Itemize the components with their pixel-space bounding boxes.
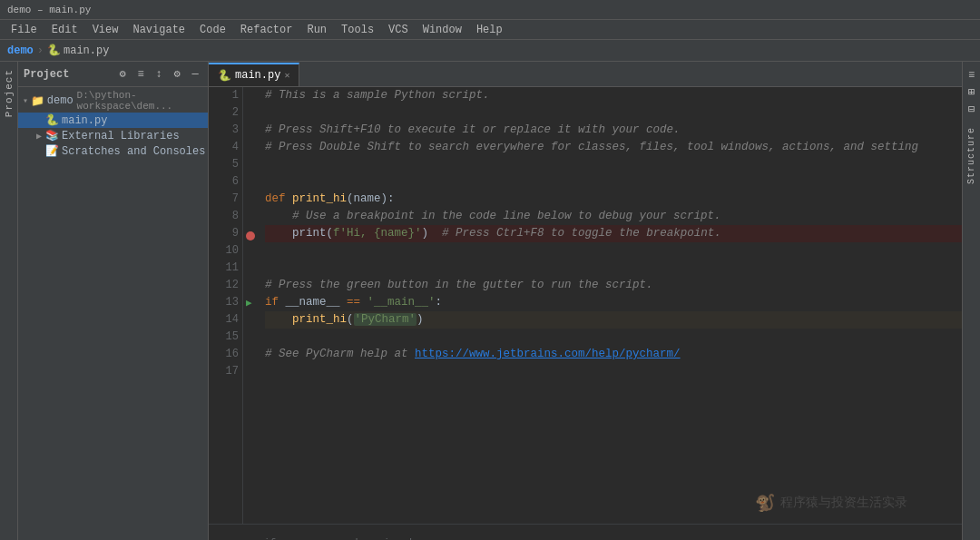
gutter-row-10	[243, 242, 260, 260]
project-toolbar: Project ⚙ ≡ ↕ ⚙ —	[18, 62, 208, 87]
code-line-12: # Press the green button in the gutter t…	[265, 277, 962, 294]
bottom-hint: if __name__ == '__main__'	[209, 524, 962, 540]
project-toolbar-label: Project	[24, 68, 69, 81]
nav-demo[interactable]: demo	[7, 44, 34, 57]
editor-container: 🐍 main.py ✕ 1 2 3 4 5 6 7 8 9 10	[209, 62, 962, 540]
nav-sep: ›	[37, 44, 44, 57]
editor-content: 1 2 3 4 5 6 7 8 9 10 11 12 13 14 15 16 1	[209, 87, 962, 524]
editor-area: 1 2 3 4 5 6 7 8 9 10 11 12 13 14 15 16 1	[209, 87, 962, 540]
code-line-8: # Use a breakpoint in the code line belo…	[265, 208, 962, 225]
gutter-row-6	[243, 173, 260, 191]
title-bar: demo – main.py	[0, 0, 980, 20]
nav-bar: demo › 🐍 main.py	[0, 40, 980, 62]
extlib-icon: 📚	[45, 129, 59, 142]
toolbar-icon-settings[interactable]: ⚙	[115, 67, 130, 82]
menu-refactor[interactable]: Refactor	[233, 22, 300, 38]
menu-window[interactable]: Window	[416, 22, 469, 38]
code-line-10	[265, 242, 962, 260]
code-line-3: # Press Shift+F10 to execute it or repla…	[265, 122, 962, 139]
code-line-7: def print_hi(name):	[265, 191, 962, 208]
tab-bar: 🐍 main.py ✕	[209, 62, 962, 87]
menu-bar: File Edit View Navigate Code Refactor Ru…	[0, 20, 980, 40]
gutter-row-1	[243, 87, 260, 104]
menu-edit[interactable]: Edit	[44, 22, 85, 38]
gutter-row-3	[243, 122, 260, 139]
nav-file-icon: 🐍	[47, 44, 61, 57]
gutter-row-15	[243, 329, 260, 346]
toolbar-icon-sort[interactable]: ↕	[152, 67, 166, 82]
code-line-4: # Press Double Shift to search everywher…	[265, 139, 962, 156]
tree-item-scratches[interactable]: 📝 Scratches and Consoles	[18, 143, 208, 159]
tree-text-demo: demo	[47, 94, 74, 107]
gutter-row-8	[243, 208, 260, 225]
tree-item-mainpy[interactable]: 🐍 main.py	[18, 113, 208, 128]
gutter-row-13: ▶	[243, 294, 260, 311]
gutter-row-11	[243, 260, 260, 277]
project-tree: ▾ 📁 demo D:\python-workspace\dem... 🐍 ma…	[18, 87, 208, 540]
tree-text-mainpy: main.py	[62, 114, 107, 127]
code-line-17	[265, 363, 962, 380]
menu-vcs[interactable]: VCS	[381, 22, 416, 38]
watermark: 🐒 程序猿与投资生活实录	[755, 493, 907, 513]
code-line-11	[265, 260, 962, 277]
menu-navigate[interactable]: Navigate	[125, 22, 192, 38]
tab-close-btn[interactable]: ✕	[284, 70, 289, 81]
project-panel: Project ⚙ ≡ ↕ ⚙ — ▾ 📁 demo D:\python-wor…	[18, 62, 209, 540]
code-line-1: # This is a sample Python script.	[265, 87, 962, 104]
nav-file[interactable]: main.py	[64, 44, 109, 57]
gutter-row-14	[243, 311, 260, 329]
gutter-row-12	[243, 277, 260, 294]
scratch-icon: 📝	[45, 144, 59, 158]
tree-text-extlibs: External Libraries	[62, 130, 180, 142]
menu-view[interactable]: View	[85, 22, 126, 38]
code-line-15	[265, 329, 962, 346]
gutter-row-16	[243, 346, 260, 363]
structure-icon-2[interactable]: ⊞	[968, 85, 975, 99]
watermark-text: 程序猿与投资生活实录	[780, 495, 907, 511]
line-numbers: 1 2 3 4 5 6 7 8 9 10 11 12 13 14 15 16 1	[209, 87, 243, 524]
breakpoint-dot[interactable]	[246, 231, 255, 241]
run-arrow-icon[interactable]: ▶	[246, 297, 252, 309]
tab-label: main.py	[235, 69, 280, 82]
structure-icon-3[interactable]: ⊟	[968, 103, 975, 116]
menu-file[interactable]: File	[4, 22, 44, 38]
gutter-row-7	[243, 191, 260, 208]
gutter-row-17	[243, 363, 260, 380]
tree-text-scratches: Scratches and Consoles	[62, 145, 205, 158]
code-line-9: print(f'Hi, {name}') # Press Ctrl+F8 to …	[265, 225, 962, 242]
tree-item-demo[interactable]: ▾ 📁 demo D:\python-workspace\dem...	[18, 89, 208, 113]
arrow-demo: ▾	[20, 95, 31, 106]
code-line-16: # See PyCharm help at https://www.jetbra…	[265, 346, 962, 363]
structure-icon-1[interactable]: ≡	[968, 69, 975, 82]
main-container: Project Project ⚙ ≡ ↕ ⚙ — ▾ 📁 demo D:\py…	[0, 62, 980, 540]
tree-path-demo: D:\python-workspace\dem...	[77, 90, 208, 112]
toolbar-icon-list[interactable]: ≡	[133, 67, 148, 82]
structure-strip: ≡ ⊞ ⊟ Structure	[962, 62, 980, 540]
code-line-2	[265, 104, 962, 122]
gutter: ▶	[243, 87, 260, 524]
menu-tools[interactable]: Tools	[334, 22, 381, 38]
gutter-row-9	[243, 225, 260, 242]
project-label: Project	[4, 69, 15, 117]
arrow-extlibs: ▶	[33, 131, 45, 142]
gutter-row-2	[243, 104, 260, 122]
code-lines: # This is a sample Python script. # Pres…	[260, 87, 962, 524]
tab-mainpy[interactable]: 🐍 main.py ✕	[209, 63, 299, 86]
menu-help[interactable]: Help	[469, 22, 510, 38]
menu-run[interactable]: Run	[299, 22, 334, 38]
code-line-14: print_hi('PyCharm')	[265, 311, 962, 329]
code-line-13: if __name__ == '__main__':	[265, 294, 962, 311]
toolbar-icon-gear2[interactable]: ⚙	[170, 67, 184, 82]
project-sidebar-strip[interactable]: Project	[0, 62, 18, 540]
code-line-5	[265, 156, 962, 173]
menu-code[interactable]: Code	[192, 22, 233, 38]
file-icon-mainpy: 🐍	[45, 113, 59, 127]
gutter-row-5	[243, 156, 260, 173]
tree-item-extlibs[interactable]: ▶ 📚 External Libraries	[18, 128, 208, 143]
folder-icon-demo: 📁	[31, 94, 44, 108]
code-line-6	[265, 173, 962, 191]
tab-file-icon: 🐍	[218, 69, 231, 83]
structure-label: Structure	[966, 127, 976, 184]
toolbar-icon-collapse[interactable]: —	[188, 67, 202, 82]
title-text: demo – main.py	[7, 5, 91, 15]
